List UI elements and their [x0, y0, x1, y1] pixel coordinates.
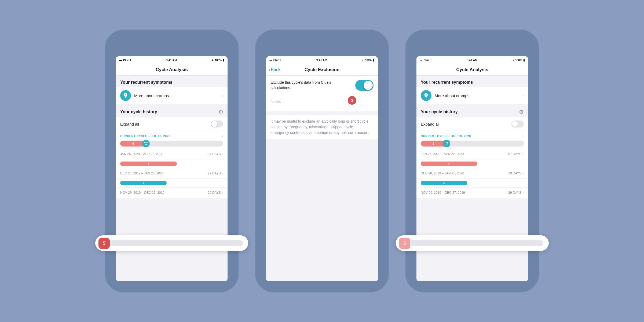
- current-cycle-chevron-left: ›: [222, 134, 223, 138]
- current-cycle-label-right: CURRENT CYCLE – JUL 18, 2020: [421, 134, 471, 138]
- cramps-svg-left: [123, 93, 129, 98]
- nav-bar-right: Cycle Analysis: [416, 64, 528, 76]
- expand-row-left: Expand all: [116, 117, 228, 131]
- current-cycle-day-badge-left: Day 18: [142, 140, 150, 147]
- current-cycle-header-right[interactable]: CURRENT CYCLE – JUL 18, 2020 ›: [416, 131, 528, 140]
- cramps-svg-right: [423, 93, 429, 98]
- cycle2-chevron-left: ›: [222, 171, 223, 176]
- highlight-bar-track-left: 5: [101, 240, 243, 246]
- expand-label-right: Expand all: [421, 122, 440, 126]
- cycle2-date-right: DEC 28, 2019 – JAN 25, 2020: [421, 171, 464, 175]
- clue-label-right: Clue: [424, 59, 430, 62]
- recurrent-symptoms-header-left: Your recurrent symptoms: [116, 76, 228, 87]
- status-bar-left: ▪▪▪ Clue ⌇ 9:41 AM ✦ 100% ▮: [116, 56, 228, 64]
- nav-title-right: Cycle Analysis: [456, 67, 488, 72]
- cycle2-bar-row-right: 5: [416, 159, 528, 168]
- battery-icon-middle: ▮: [373, 59, 375, 62]
- status-right-middle: ✦ 100% ▮: [362, 59, 375, 62]
- cycle2-days-left: 29 DAYS ›: [208, 171, 223, 176]
- status-left-middle: ▪▪▪ Clue ⌇: [269, 59, 281, 62]
- current-cycle-header-left[interactable]: CURRENT CYCLE – JUL 18, 2020 ›: [116, 131, 228, 140]
- cycle2-bar-left: 5: [120, 162, 177, 166]
- expand-row-right: Expand all: [416, 117, 528, 131]
- cramps-item-left[interactable]: More about cramps ›: [116, 87, 228, 104]
- signal-icon-middle: ▪▪▪: [269, 59, 272, 62]
- cycle2-row-left[interactable]: DEC 28, 2019 – JAN 25, 2020 29 DAYS ›: [116, 168, 228, 179]
- highlight-num-right: 5: [399, 238, 410, 249]
- cycle3-bar-row-right: 6: [416, 179, 528, 188]
- gear-icon-right[interactable]: ⚙: [519, 109, 524, 115]
- expand-toggle-left[interactable]: [211, 120, 223, 127]
- cycle3-row-right[interactable]: NOV 29, 2019 – DEC 27, 2019 29 DAYS ›: [416, 188, 528, 198]
- bluetooth-icon-left: ✦: [211, 59, 214, 62]
- current-cycle-day-badge-right: Day 18: [443, 140, 450, 147]
- gear-icon-left[interactable]: ⚙: [218, 109, 223, 115]
- cycle2-chevron-right: ›: [522, 171, 524, 176]
- cycle-history-header-right: Your cycle history ⚙: [416, 104, 528, 117]
- cycle3-row-left[interactable]: NOV 29, 2019 – DEC 27, 2019 29 DAYS ›: [116, 188, 228, 198]
- phone-frame-left: ▪▪▪ Clue ⌇ 9:41 AM ✦ 100% ▮ Cycle Analys…: [105, 30, 239, 292]
- back-button-middle[interactable]: ‹ Back: [269, 67, 280, 72]
- cycle1-row-right[interactable]: JAN 26, 2020 – APR 22, 2020 87 DAYS ›: [416, 149, 528, 159]
- current-cycle-days-num-right: 5: [433, 142, 434, 145]
- day-badge-num-left: 18: [145, 144, 147, 146]
- cycle-history-title-left: Your cycle history: [120, 109, 157, 114]
- phone-frame-right: ▪▪▪ Clue ⌇ 9:41 AM ✦ 100% ▮ Cycle Analys…: [405, 30, 539, 292]
- wifi-icon-left: ⌇: [130, 59, 131, 62]
- cycle2-row-right[interactable]: DEC 28, 2019 – JAN 25, 2020 29 DAYS ›: [416, 168, 528, 179]
- nav-bar-middle: ‹ Back Cycle Exclusion: [266, 64, 378, 76]
- status-left-left: ▪▪▪ Clue ⌇: [119, 59, 131, 62]
- phone-middle: ▪▪▪ Clue ⌇ 9:41 AM ✦ 100% ▮ ‹ Back: [255, 30, 389, 292]
- cramps-chevron-left: ›: [222, 93, 223, 98]
- expand-toggle-knob-right: [512, 121, 518, 127]
- cramps-icon-right: [421, 90, 431, 101]
- notes-area-middle[interactable]: Notes: [266, 95, 378, 111]
- cycle2-date-left: DEC 28, 2019 – JAN 25, 2020: [120, 171, 163, 175]
- cycle3-days-right: 29 DAYS ›: [508, 190, 524, 195]
- highlight-bar-right: 5: [396, 235, 549, 251]
- cycle3-days-left: 29 DAYS ›: [208, 190, 223, 195]
- time-left: 9:41 AM: [166, 58, 177, 62]
- current-cycle-bar-container-right: 5 Day 18: [421, 141, 524, 147]
- cycle3-bar-row-left: 6: [116, 179, 228, 188]
- status-bar-middle: ▪▪▪ Clue ⌇ 9:41 AM ✦ 100% ▮: [266, 56, 378, 64]
- cycle3-bar-right: 6: [421, 181, 467, 185]
- cramps-icon-left: [120, 90, 131, 101]
- current-cycle-bar-row-right: 5 Day 18: [416, 140, 528, 149]
- day-badge-num-right: 18: [445, 144, 448, 146]
- cycle-history-title-right: Your cycle history: [421, 109, 458, 114]
- clue-label-left: Clue: [123, 59, 129, 62]
- cycle3-chevron-left: ›: [222, 190, 223, 195]
- content-middle: Exclude this cycle's data from Clue's ca…: [266, 76, 378, 281]
- cycle1-date-left: JAN 26, 2020 – APR 22, 2020: [120, 152, 163, 156]
- spacer-middle: [266, 112, 378, 115]
- back-chevron-middle: ‹: [269, 67, 270, 72]
- phone-screen-middle: ▪▪▪ Clue ⌇ 9:41 AM ✦ 100% ▮ ‹ Back: [266, 56, 378, 281]
- cycle2-bar-right: 5: [421, 162, 477, 166]
- highlight-bar-track-right: 5: [401, 240, 543, 246]
- cycle1-chevron-left: ›: [222, 152, 223, 156]
- cramps-chevron-right: ›: [522, 93, 524, 98]
- phone-frame-middle: ▪▪▪ Clue ⌇ 9:41 AM ✦ 100% ▮ ‹ Back: [255, 30, 389, 292]
- wifi-icon-middle: ⌇: [280, 59, 281, 62]
- current-cycle-chevron-right: ›: [522, 134, 524, 138]
- current-cycle-label-left: CURRENT CYCLE – JUL 18, 2020: [120, 134, 170, 138]
- cramps-item-right[interactable]: More about cramps ›: [416, 87, 528, 104]
- bluetooth-icon-right: ✦: [512, 59, 514, 62]
- cycle1-row-left[interactable]: JAN 26, 2020 – APR 22, 2020 87 DAYS ›: [116, 149, 228, 159]
- day-badge-top-left: Day: [144, 141, 148, 144]
- current-cycle-days-num-left: 5: [132, 142, 134, 145]
- highlight-num-left: 5: [98, 238, 110, 249]
- expand-toggle-right[interactable]: [511, 120, 524, 127]
- signal-icon-left: ▪▪▪: [119, 59, 122, 62]
- battery-icon-left: ▮: [223, 59, 224, 62]
- status-left-right: ▪▪▪ Clue ⌇: [420, 59, 432, 62]
- phone-left: ▪▪▪ Clue ⌇ 9:41 AM ✦ 100% ▮ Cycle Analys…: [105, 30, 239, 292]
- toggle-row-middle: Exclude this cycle's data from Clue's ca…: [266, 76, 378, 95]
- time-middle: 9:41 AM: [316, 58, 327, 62]
- phone-inner-middle: ▪▪▪ Clue ⌇ 9:41 AM ✦ 100% ▮ ‹ Back: [260, 35, 384, 287]
- exclude-toggle-middle[interactable]: [355, 80, 374, 91]
- cycle1-chevron-right: ›: [522, 152, 524, 156]
- cycle-history-header-left: Your cycle history ⚙: [116, 104, 228, 117]
- status-right-right: ✦ 100% ▮: [512, 59, 525, 62]
